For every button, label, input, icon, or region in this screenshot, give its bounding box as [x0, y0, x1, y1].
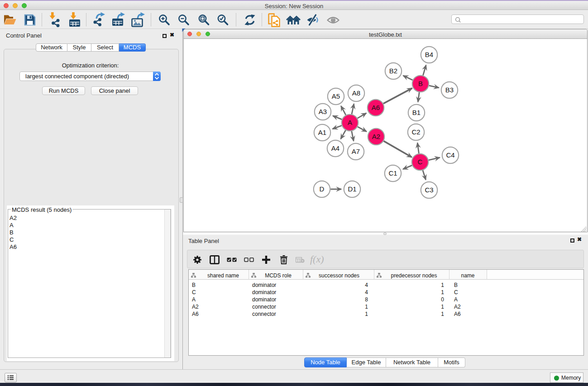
svg-text:C3: C3 — [425, 186, 433, 194]
svg-text:A2: A2 — [372, 133, 380, 140]
svg-text:B: B — [418, 80, 423, 87]
svg-text:C2: C2 — [411, 128, 420, 136]
svg-text:B2: B2 — [389, 67, 397, 75]
svg-text:C4: C4 — [446, 151, 454, 159]
svg-text:A1: A1 — [318, 129, 326, 136]
svg-text:B1: B1 — [412, 109, 421, 116]
svg-text:B4: B4 — [425, 51, 433, 58]
svg-text:A5: A5 — [332, 92, 340, 100]
svg-text:A4: A4 — [331, 144, 339, 152]
svg-text:A3: A3 — [319, 108, 327, 115]
svg-text:C: C — [418, 158, 423, 166]
svg-text:D: D — [320, 185, 325, 193]
svg-text:A6: A6 — [372, 104, 380, 111]
svg-text:D1: D1 — [348, 185, 356, 193]
svg-text:B3: B3 — [445, 86, 454, 94]
svg-text:A7: A7 — [352, 148, 360, 155]
svg-text:A8: A8 — [352, 89, 360, 97]
svg-text:A: A — [348, 119, 352, 126]
svg-text:C1: C1 — [388, 169, 397, 177]
